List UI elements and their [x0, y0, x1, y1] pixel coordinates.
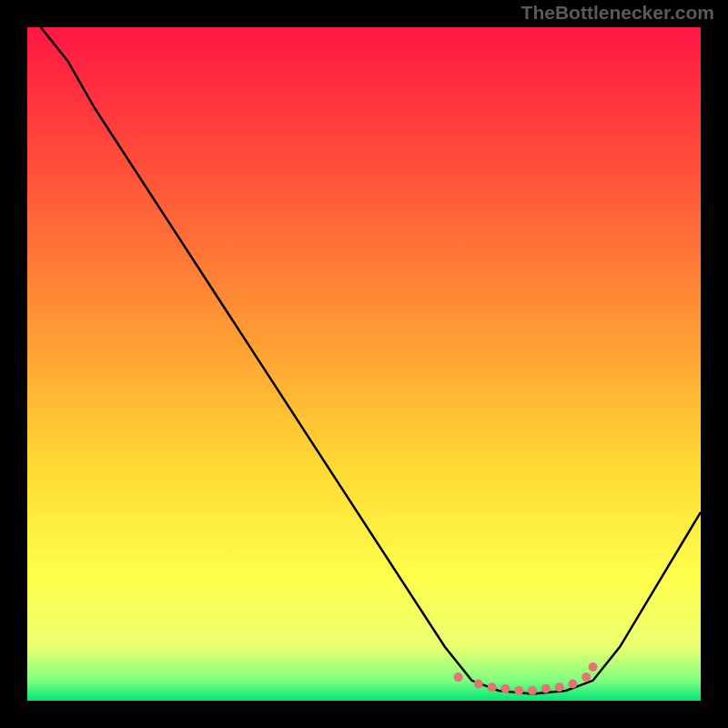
scatter-point	[474, 680, 483, 689]
scatter-point	[514, 686, 523, 695]
scatter-points-group	[454, 662, 598, 695]
scatter-point	[589, 662, 598, 672]
watermark-text: TheBottlenecker.com	[521, 2, 714, 24]
scatter-point	[500, 684, 510, 693]
bottleneck-curve	[41, 27, 701, 694]
scatter-point	[488, 682, 497, 692]
scatter-point	[555, 682, 564, 692]
scatter-point	[581, 672, 591, 682]
scatter-point	[528, 686, 537, 695]
scatter-point	[541, 684, 551, 693]
scatter-point	[568, 680, 577, 689]
chart-curve-layer	[27, 27, 701, 701]
scatter-point	[454, 672, 463, 682]
chart-plot-area	[27, 27, 701, 701]
